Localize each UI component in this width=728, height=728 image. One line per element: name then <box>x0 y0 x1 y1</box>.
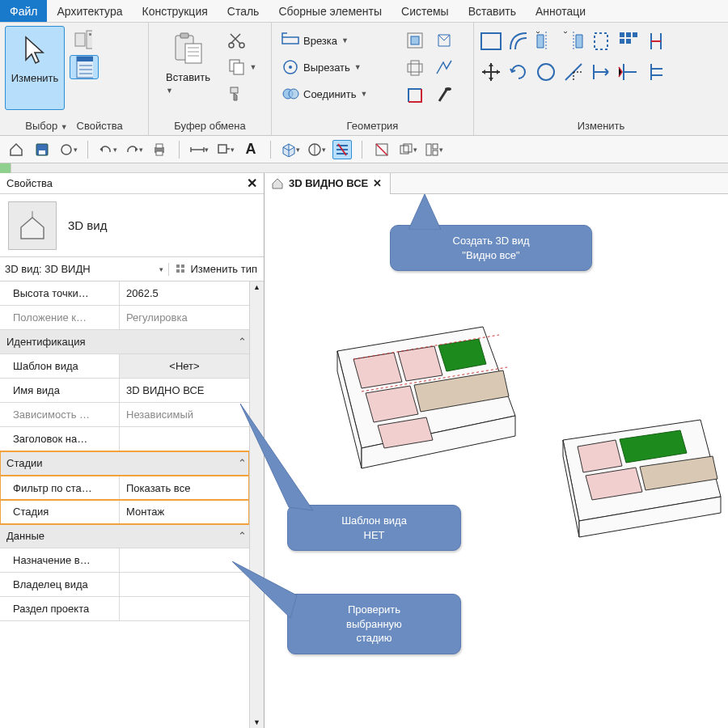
type-props-button[interactable] <box>70 28 99 53</box>
instance-combo[interactable]: 3D вид: 3D ВИДН ▾ <box>0 263 169 276</box>
prop-viewname-v[interactable]: 3D ВИДНО ВСЕ <box>120 379 249 402</box>
cut-button[interactable] <box>223 28 262 53</box>
svg-rect-5 <box>77 57 93 61</box>
svg-marker-74 <box>240 404 313 510</box>
geom-icon-b[interactable] <box>403 56 427 80</box>
prop-purpose-v[interactable] <box>120 548 249 572</box>
align-button[interactable] <box>479 29 503 53</box>
qat-undo-button[interactable]: ▾ <box>98 140 117 159</box>
view-tab-3d[interactable]: 3D ВИДНО ВСЕ ✕ <box>265 173 391 194</box>
copy-mod-button[interactable] <box>534 60 558 84</box>
prop-eye-elev-v[interactable]: 2062.5 <box>120 281 249 305</box>
type-selector[interactable]: 3D вид <box>0 194 264 257</box>
qat-sync-button[interactable]: ▾ <box>58 140 78 159</box>
menu-architecture[interactable]: Архитектура <box>47 0 132 22</box>
qat-save-button[interactable] <box>32 140 52 159</box>
geom-icon-c[interactable] <box>403 83 427 108</box>
prop-dep-v: Независимый <box>120 403 249 426</box>
geom-icon-f[interactable] <box>432 83 456 108</box>
section-phases[interactable]: Стадии <box>0 451 235 475</box>
matchprops-button[interactable] <box>223 82 262 106</box>
cope-button[interactable]: Врезка ▼ <box>277 28 398 53</box>
menu-annotate[interactable]: Аннотаци <box>526 0 595 22</box>
prop-owner-v[interactable] <box>120 573 249 596</box>
rotate-button[interactable] <box>506 60 531 84</box>
qat-print-button[interactable] <box>150 140 169 159</box>
qat-close-hidden-button[interactable] <box>372 140 392 159</box>
qat-text-button[interactable]: A <box>241 140 260 159</box>
mirror-pick-button[interactable] <box>534 29 558 53</box>
svg-rect-34 <box>633 32 637 37</box>
qat-tile-button[interactable]: ▾ <box>424 140 443 159</box>
chevron-icon[interactable]: ⌃ <box>235 330 249 353</box>
prop-phasefilter-k: Фильтр по ста… <box>0 476 120 500</box>
svg-point-29 <box>445 87 451 91</box>
copy-button[interactable]: ▼ <box>223 55 262 79</box>
menu-precast[interactable]: Сборные элементы <box>269 0 392 22</box>
qat-redo-button[interactable]: ▾ <box>124 140 143 159</box>
properties-filter-button[interactable] <box>70 55 99 79</box>
mirror-draw-button[interactable] <box>561 29 586 53</box>
qat-thinlines-button[interactable] <box>332 140 352 159</box>
modify-button[interactable]: Изменить <box>5 26 65 110</box>
close-icon[interactable]: ✕ <box>373 177 382 189</box>
prop-dep-k: Зависимость … <box>0 403 120 426</box>
trim-col-button[interactable] <box>644 29 668 53</box>
view-canvas[interactable]: 3D ВИДНО ВСЕ ✕ <box>265 173 728 728</box>
join-button[interactable]: Соединить ▼ <box>277 82 398 106</box>
view-tab-label: 3D ВИДНО ВСЕ <box>289 177 368 189</box>
section-identification[interactable]: Идентификация <box>0 330 235 353</box>
qat-section-button[interactable]: ▾ <box>307 140 326 159</box>
paste-button[interactable]: Вставить▼ <box>159 26 218 110</box>
qat-measure-button[interactable]: ▾ <box>189 140 209 159</box>
menu-file[interactable]: Файл <box>0 0 47 22</box>
scroll-up-icon[interactable]: ▲ <box>253 283 260 291</box>
svg-rect-39 <box>39 150 45 154</box>
floorplan-model-2 <box>539 416 725 561</box>
split-gap-button[interactable] <box>644 60 668 84</box>
offset-button[interactable] <box>506 29 531 53</box>
properties-panel: Свойства ✕ 3D вид 3D вид: 3D ВИДН ▾ Изме… <box>0 173 265 728</box>
properties-header: Свойства ✕ <box>0 173 264 194</box>
callout-arrow-1 <box>408 194 441 230</box>
svg-rect-48 <box>426 144 431 155</box>
array-button[interactable] <box>616 29 641 53</box>
menu-structure[interactable]: Конструкция <box>133 0 218 22</box>
section-data[interactable]: Данные <box>0 524 235 548</box>
menu-systems[interactable]: Системы <box>392 0 459 22</box>
geom-icon-a[interactable] <box>403 28 427 53</box>
move-button[interactable] <box>479 60 503 84</box>
geom-icon-d[interactable] <box>432 28 456 53</box>
qat-3d-button[interactable]: ▾ <box>281 140 300 159</box>
qat-switch-win-button[interactable]: ▾ <box>398 140 417 159</box>
prop-phasefilter-v[interactable]: Показать все <box>120 476 249 500</box>
callout-arrow-3 <box>232 561 305 618</box>
scroll-down-icon[interactable]: ▼ <box>253 718 260 726</box>
split-el-button[interactable] <box>616 60 641 84</box>
qat-home-button[interactable] <box>6 140 26 159</box>
prop-template-v[interactable]: <Нет> <box>120 354 249 378</box>
view-type-icon <box>8 201 57 250</box>
cut-geom-button[interactable]: Вырезать ▼ <box>277 55 398 79</box>
qat-tag-button[interactable]: ▾ <box>215 140 235 159</box>
prop-viewname-k: Имя вида <box>0 379 120 402</box>
split-button[interactable] <box>589 29 613 53</box>
properties-panel-icon <box>75 58 93 76</box>
ribbon-group-modify-label: Изменить <box>479 117 723 135</box>
extend-button[interactable] <box>589 60 613 84</box>
edit-type-button[interactable]: Изменить тип <box>169 263 264 275</box>
chevron-icon[interactable]: ⌃ <box>235 524 249 548</box>
properties-title: Свойства <box>6 177 53 189</box>
ribbon-group-clipboard: Вставить▼ ▼ Буфер обмена <box>149 23 272 135</box>
prop-owner-k: Владелец вида <box>0 573 120 596</box>
ribbon-group-geometry: Врезка ▼ Вырезать ▼ Соединить ▼ <box>272 23 474 135</box>
geom-icon-e[interactable] <box>432 56 456 80</box>
menu-insert[interactable]: Вставить <box>459 0 526 22</box>
menu-steel[interactable]: Сталь <box>218 0 269 22</box>
floorplan-model-1 <box>297 319 523 497</box>
trim-button[interactable] <box>561 60 586 84</box>
prop-titleon-v[interactable] <box>120 427 249 451</box>
prop-disc-v[interactable] <box>120 597 249 620</box>
close-icon[interactable]: ✕ <box>247 176 257 191</box>
prop-phase-v[interactable]: Монтаж <box>120 500 249 523</box>
